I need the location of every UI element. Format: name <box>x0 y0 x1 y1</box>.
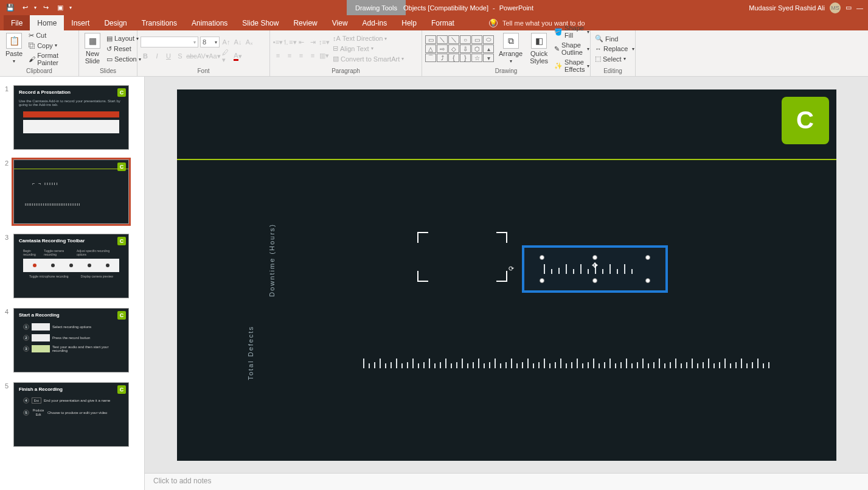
copy-button[interactable]: ⿻Copy▾ <box>27 41 75 50</box>
shape-outline-button[interactable]: ✎Shape Outline▾ <box>553 41 590 57</box>
shape-star-icon[interactable]: ☆ <box>471 54 482 62</box>
tab-help[interactable]: Help <box>394 15 424 30</box>
char-spacing-icon[interactable]: AV▾ <box>198 51 208 61</box>
shape-arrow-icon[interactable]: ⇨ <box>437 44 448 53</box>
bold-icon[interactable]: B <box>141 51 150 61</box>
shape-rect-icon[interactable]: ▭ <box>471 35 482 44</box>
justify-icon[interactable]: ≡ <box>308 51 318 60</box>
tab-format[interactable]: Format <box>424 15 462 30</box>
section-button[interactable]: ▭Section▾ <box>105 55 142 64</box>
shape-more-up-icon[interactable]: ▴ <box>483 44 494 53</box>
ribbon-display-icon[interactable]: ▭ <box>845 4 852 12</box>
layout-button[interactable]: ▤Layout▾ <box>105 34 142 43</box>
bullets-icon[interactable]: •≡▾ <box>273 37 283 47</box>
user-avatar[interactable]: MS <box>830 2 841 13</box>
outline-icon: ✎ <box>554 45 560 53</box>
tab-review[interactable]: Review <box>286 15 324 30</box>
align-right-icon[interactable]: ≡ <box>296 51 306 60</box>
tab-transitions[interactable]: Transitions <box>134 15 184 30</box>
start-from-beginning-icon[interactable]: ▣ <box>55 2 66 13</box>
font-name-dropdown[interactable]: ▾ <box>141 37 198 47</box>
font-size-dropdown[interactable]: 8▾ <box>200 37 220 47</box>
convert-smartart-button[interactable]: ▧Convert to SmartArt▾ <box>332 54 405 63</box>
slide-thumbnail-2[interactable]: C ⌐ ¬ ıııııı ııııııııııııııııııııııııııı… <box>13 159 129 224</box>
current-slide[interactable]: C Downtime (Hours) Total Defects ⟳ <box>177 89 836 461</box>
shape-line-icon[interactable]: ＼ <box>437 35 448 44</box>
new-slide-button[interactable]: ▦ New Slide <box>82 32 103 66</box>
selected-shape[interactable]: ⟳ ✥ <box>522 245 668 293</box>
font-color-icon[interactable]: A▾ <box>233 51 243 61</box>
align-center-icon[interactable]: ≡ <box>285 51 294 60</box>
slide-edit-area: C Downtime (Hours) Total Defects ⟳ <box>145 77 868 490</box>
shape-hex-icon[interactable]: ⬡ <box>471 44 482 53</box>
minimize-icon[interactable]: — <box>856 4 863 12</box>
align-left-icon[interactable]: ≡ <box>273 51 283 60</box>
save-icon[interactable]: 💾 <box>5 2 16 13</box>
slide-thumbnail-5[interactable]: Finish a Recording C 4EscEnd your presen… <box>13 382 129 447</box>
select-button[interactable]: ⬚Select▾ <box>594 54 636 63</box>
numbering-icon[interactable]: ⒈≡▾ <box>285 37 294 47</box>
shape-oval-icon[interactable]: ○ <box>460 35 471 44</box>
slide-thumbnail-1[interactable]: Record a Presentation C Use the Camtasia… <box>13 85 129 150</box>
clear-formatting-icon[interactable]: Aₓ <box>245 37 254 47</box>
arrange-button[interactable]: ⧉ Arrange ▾ <box>496 32 525 65</box>
thumb-subtitle: Use the Camtasia Add-in to record your p… <box>19 99 123 107</box>
shape-line2-icon[interactable]: ＼ <box>448 35 459 44</box>
increase-font-icon[interactable]: A↑ <box>221 37 231 47</box>
shape-connector-icon[interactable]: ⤴ <box>437 54 448 62</box>
axis-ticks[interactable]: /*generated below*/ <box>363 359 769 368</box>
tab-file[interactable]: File <box>4 15 30 30</box>
undo-icon[interactable]: ↩ <box>19 2 30 13</box>
shapes-gallery[interactable]: ▭ ＼ ＼ ○ ▭ ⬭ △ ⇨ ◇ ⇩ ⬡ ▴ ⌒ ⤴ { } ☆ <box>425 35 494 62</box>
shadow-icon[interactable]: S <box>175 51 185 61</box>
shape-fill-button[interactable]: 🪣Shape Fill▾ <box>553 24 590 40</box>
reset-button[interactable]: ↺Reset <box>105 44 142 54</box>
shape-brace-r-icon[interactable]: } <box>460 54 471 62</box>
tab-animations[interactable]: Animations <box>184 15 235 30</box>
paste-button[interactable]: 📋 Paste ▾ <box>3 32 25 65</box>
chevron-down-icon: ▾ <box>215 40 217 45</box>
italic-icon[interactable]: I <box>152 51 162 61</box>
tab-addins[interactable]: Add-ins <box>355 15 395 30</box>
align-text-button[interactable]: ⊟Align Text▾ <box>332 44 405 53</box>
format-painter-button[interactable]: 🖌Format Painter <box>27 51 75 67</box>
notes-pane[interactable]: Click to add notes <box>145 473 868 490</box>
shape-roundrect-icon[interactable]: ⬭ <box>483 35 494 44</box>
redo-icon[interactable]: ↪ <box>40 2 51 13</box>
underline-icon[interactable]: U <box>164 51 173 61</box>
text-direction-button[interactable]: ↕AText Direction▾ <box>332 34 405 43</box>
shape-diamond-icon[interactable]: ◇ <box>448 44 459 53</box>
layout-icon: ▤ <box>106 35 113 43</box>
shape-brace-l-icon[interactable]: { <box>448 54 459 62</box>
highlight-icon[interactable]: 🖊▾ <box>221 51 231 61</box>
line-spacing-icon[interactable]: ↕≡▾ <box>319 37 329 47</box>
replace-button[interactable]: ↔Replace▾ <box>594 44 636 53</box>
tab-design[interactable]: Design <box>97 15 134 30</box>
tab-view[interactable]: View <box>325 15 355 30</box>
tab-insert[interactable]: Insert <box>64 15 97 30</box>
undo-dropdown-icon[interactable]: ▾ <box>34 5 36 10</box>
shape-triangle-icon[interactable]: △ <box>425 44 436 53</box>
decrease-font-icon[interactable]: A↓ <box>233 37 243 47</box>
slide-thumbnail-3[interactable]: Camtasia Recording Toolbar C Begin recor… <box>13 234 129 298</box>
change-case-icon[interactable]: Aa▾ <box>210 51 220 61</box>
bracket-placeholder[interactable] <box>417 232 507 282</box>
slide-thumbnail-4[interactable]: Start a Recording C 1Select recording op… <box>13 308 129 373</box>
strikethrough-icon[interactable]: abc <box>187 51 196 61</box>
find-button[interactable]: 🔍Find <box>594 34 636 43</box>
qat-customize-icon[interactable]: ▾ <box>69 5 72 10</box>
rotate-handle-icon[interactable]: ⟳ <box>507 265 516 273</box>
chevron-down-icon: ▾ <box>371 46 373 51</box>
shape-arrow2-icon[interactable]: ⇩ <box>460 44 471 53</box>
quick-styles-button[interactable]: ◧ Quick Styles <box>527 32 550 66</box>
increase-indent-icon[interactable]: ⇥ <box>308 37 318 47</box>
columns-icon[interactable]: ▥▾ <box>319 51 329 60</box>
cut-button[interactable]: ✂Cut <box>27 31 75 40</box>
tab-home[interactable]: Home <box>30 15 64 30</box>
smartart-icon: ▧ <box>333 55 339 63</box>
shape-rectangle-icon[interactable]: ▭ <box>425 35 436 44</box>
tab-slideshow[interactable]: Slide Show <box>235 15 286 30</box>
shape-more-down-icon[interactable]: ▾ <box>483 54 494 62</box>
decrease-indent-icon[interactable]: ⇤ <box>296 37 306 47</box>
shape-curve-icon[interactable]: ⌒ <box>425 54 436 62</box>
